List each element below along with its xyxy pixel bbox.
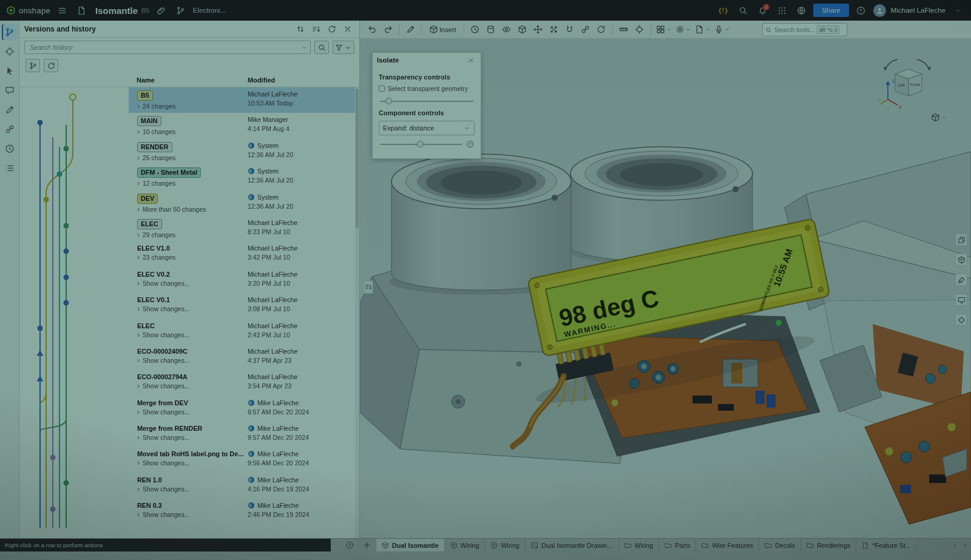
doc-tab[interactable]: Renderings [801,539,856,552]
filter-button[interactable] [333,41,354,54]
mic-tool-button[interactable] [713,22,731,37]
insert-button[interactable]: Insert [425,22,460,37]
gear-tool-button[interactable] [674,22,692,37]
expand-select[interactable]: Expand: distance [379,121,475,135]
cube-tool-button[interactable] [515,22,530,37]
sortupdown-button[interactable] [294,22,307,36]
move-tool-button[interactable] [531,22,546,37]
community-button[interactable] [794,3,808,18]
help-icon[interactable]: ? [466,140,475,149]
history-view-toggle[interactable] [44,59,58,72]
screen-panel-button[interactable] [955,294,967,306]
rail-chat-button[interactable] [2,83,18,98]
version-row[interactable]: ECO-00002409C ›Show changes... Michael L… [129,345,359,370]
column-modified[interactable]: Modified [248,76,275,84]
column-name[interactable]: Name [137,76,155,84]
magnet-tool-button[interactable] [563,22,577,37]
version-row[interactable]: Merge from RENDER ›Show changes... Mike … [129,422,359,447]
pencil-tool-button[interactable] [403,22,418,37]
cube-panel-button[interactable] [955,254,967,266]
checkbox[interactable] [379,86,385,92]
onshape-logo[interactable]: onshape [6,5,50,15]
avatar[interactable] [873,4,886,17]
refresh-button[interactable] [325,22,339,36]
expand-slider[interactable]: ? [380,140,462,149]
history-search-input[interactable] [30,44,301,51]
doc-tool-button[interactable] [694,22,712,37]
rail-versions-button[interactable] [2,24,18,40]
doc-tab[interactable]: Wire Features [696,539,759,552]
feature-list-handle[interactable] [363,280,373,294]
doc-tab[interactable]: Dual Isomantle Drawin... [526,539,619,552]
user-menu-caret[interactable] [950,3,965,18]
notifications-button[interactable]: 2 [755,3,770,18]
cylinder-tool-button[interactable] [484,22,498,37]
doc-tab[interactable]: *Feature St... [856,539,917,552]
doc-tab[interactable]: Parts [659,539,696,552]
rail-pencil-button[interactable] [2,102,18,118]
share-button[interactable]: Share [813,4,849,17]
rail-clock-button[interactable] [2,141,18,157]
version-row[interactable]: Moved tab RoHS label.png to De... ›Show … [129,447,359,473]
version-row[interactable]: REN 0.3 ›Show changes... Mike LaFleche 2… [129,499,359,524]
cube-face-front[interactable]: Front [910,83,920,87]
version-row[interactable]: ELEC V0.2 ›Show changes... Michael LaFle… [129,268,359,293]
version-row[interactable]: ELEC ›29 changes Michael LaFleche 8:23 P… [129,216,359,241]
linked-document-label[interactable]: Electroni... [193,7,226,14]
help-button[interactable]: ? [343,539,356,551]
rail-list-button[interactable] [2,160,18,176]
left-canister[interactable] [391,154,571,290]
doc-tab[interactable]: Wiring [619,539,660,552]
history-search[interactable] [24,41,311,54]
version-row[interactable]: MAIN ›10 changes Mike Manager 4:14 PM Au… [129,113,359,138]
attachment-button[interactable] [154,3,169,18]
crosshair-panel-button[interactable] [955,314,967,326]
view-cube[interactable]: Left Front Z Y X [877,56,938,112]
close-dialog-button[interactable] [465,55,476,66]
feedback-button[interactable]: {!} [716,3,731,18]
ruler-tool-button[interactable] [617,22,631,37]
rail-cursor-button[interactable] [2,63,18,79]
doc-tab[interactable]: Wiring [445,539,486,552]
search-button[interactable] [736,3,750,18]
doc-tab[interactable]: Decals [759,539,801,552]
eye-tool-button[interactable] [499,22,514,37]
rail-link-button[interactable] [2,121,18,137]
version-row[interactable]: Merge from DEV ›Show changes... Mike LaF… [129,396,359,422]
grid-tool-button[interactable] [655,22,673,37]
version-row[interactable]: REN 1.0 ›Show changes... Mike LaFleche 4… [129,473,359,499]
version-row[interactable]: ELEC ›Show changes... Michael LaFleche 2… [129,319,359,345]
version-row[interactable]: DFM - Sheet Metal ›12 changes System 12:… [129,164,359,190]
version-row[interactable]: ELEC V1.0 ›23 changes Michael LaFleche 3… [129,241,359,267]
slider-thumb[interactable] [417,141,424,147]
version-row[interactable]: RENDER ›25 changes System 12:36 AM Jul 2… [129,139,359,164]
layers-panel-button[interactable] [955,234,967,246]
search-go-button[interactable] [314,41,329,54]
rotate-tool-button[interactable] [594,22,609,37]
rail-crosshair-button[interactable] [2,44,18,59]
version-row[interactable]: DEV ›More than 50 changes System 12:36 A… [129,191,359,216]
clock-tool-button[interactable] [468,22,482,37]
help-menu-button[interactable]: ? [854,3,868,18]
redo-tool-button[interactable] [381,22,395,37]
apps-button[interactable] [774,3,789,18]
doc-tab[interactable]: Dual Isomantle [376,539,445,552]
tabs-next-button[interactable] [960,539,970,552]
cube-face-left[interactable]: Left [898,83,905,87]
link-tool-button[interactable] [578,22,593,37]
view-options-button[interactable] [931,113,947,122]
tabs-prev-button[interactable] [950,539,960,552]
version-row[interactable]: ECO-00002794A ›Show changes... Michael L… [129,370,359,396]
scrollbar-thumb[interactable] [356,89,359,228]
version-row[interactable]: B5 ›24 changes Michael LaFleche 10:53 AM… [129,87,359,113]
graphics-viewport[interactable]: Insert alt ⌥ c [360,21,971,538]
transparency-slider[interactable] [380,97,473,106]
chevron-down-icon[interactable] [301,44,308,51]
panel-scrollbar[interactable] [355,87,359,538]
doc-tab[interactable]: Wiring [485,539,526,552]
user-name[interactable]: Michael LaFleche [891,7,946,14]
brush-panel-button[interactable] [955,274,967,286]
add-tab-button[interactable] [360,539,373,551]
sortlines-button[interactable] [310,22,323,36]
version-row[interactable]: ELEC V0.1 ›Show changes... Michael LaFle… [129,293,359,319]
